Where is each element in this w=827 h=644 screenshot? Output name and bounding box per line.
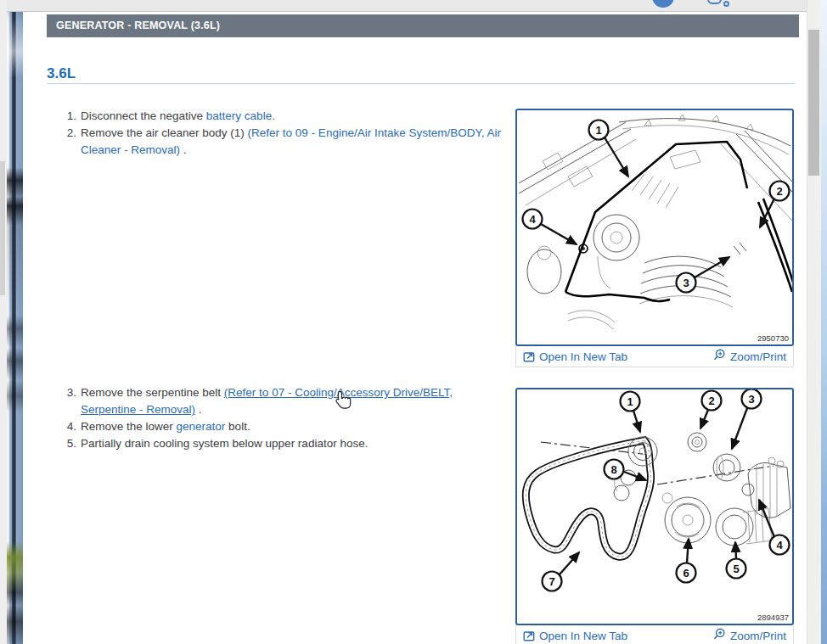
open-in-new-tab-link[interactable]: Open In New Tab	[523, 630, 627, 642]
svg-text:3: 3	[748, 393, 754, 406]
engine-bay-diagram: 1 2 3 4	[517, 110, 792, 344]
step-text: Partially drain cooling system below upp…	[81, 435, 368, 452]
zoom-print-label: Zoom/Print	[730, 350, 786, 363]
open-in-new-tab-label: Open In New Tab	[539, 350, 627, 363]
step-4: 4. Remove the lower generator bolt.	[66, 418, 529, 435]
step-number: 3.	[66, 384, 76, 418]
figure-action-bar: Open In New Tab Zoom/Print	[515, 625, 794, 644]
step-number: 4.	[66, 418, 76, 435]
section-heading-rule	[47, 83, 795, 84]
zoom-print-icon	[713, 628, 726, 641]
callout-5: 5	[727, 542, 746, 579]
open-in-new-tab-link[interactable]: Open In New Tab	[523, 350, 627, 363]
refer-09-line1: (Refer to 09 - Engine/Air Intake System/…	[248, 126, 501, 139]
svg-text:4: 4	[776, 539, 783, 552]
figure-number: 2950730	[757, 333, 789, 343]
vertical-scrollbar-thumb[interactable]	[808, 30, 819, 176]
figure-belt-routing-image: 1 2 3 4 5 6 7	[515, 388, 794, 625]
callout-4: 4	[523, 210, 577, 245]
step-number: 2.	[66, 125, 76, 159]
callout-1: 1	[589, 120, 629, 177]
step-text: Remove the serpentine belt (Refer to 07 …	[81, 384, 453, 418]
procedure-steps-group-2: 3. Remove the serpentine belt (Refer to …	[66, 384, 529, 452]
step-3-suffix: .	[195, 403, 202, 416]
step-5: 5. Partially drain cooling system below …	[66, 435, 529, 452]
refer-07-line2: Serpentine - Removal)	[81, 403, 195, 416]
svg-text:5: 5	[733, 563, 739, 575]
battery-cable-link[interactable]: battery cable.	[206, 109, 275, 122]
step-2: 2. Remove the air cleaner body (1) (Refe…	[66, 125, 529, 159]
background-image-strip	[7, 0, 23, 644]
open-in-new-tab-icon	[523, 630, 535, 641]
step-4-text: Remove the lower	[81, 420, 177, 433]
background-window-right-edge	[821, 0, 827, 644]
step-2-text: Remove the air cleaner body (1)	[81, 126, 248, 139]
svg-text:3: 3	[683, 277, 689, 289]
step-1-text: Disconnect the negative	[81, 109, 206, 122]
svg-text:2: 2	[776, 185, 782, 198]
step-text: Disconnect the negative battery cable.	[81, 108, 275, 125]
article-title: GENERATOR - REMOVAL (3.6L)	[56, 20, 220, 31]
search-icon[interactable]	[707, 0, 722, 4]
figure-number: 2894937	[757, 613, 789, 622]
svg-text:2: 2	[708, 395, 714, 407]
section-heading: 3.6L	[47, 65, 76, 82]
refer-09-line2: Cleaner - Removal)	[81, 143, 180, 156]
refer-07-line1: (Refer to 07 - Cooling/Accessory Drive/B…	[224, 386, 453, 399]
belt-routing-diagram: 1 2 3 4 5 6 7	[517, 389, 792, 624]
step-4-suffix: bolt.	[225, 420, 250, 433]
figure-belt-routing: 1 2 3 4 5 6 7	[515, 388, 794, 644]
article-title-bar: GENERATOR - REMOVAL (3.6L)	[47, 14, 799, 37]
callout-1: 1	[621, 392, 641, 433]
generator-link[interactable]: generator	[177, 420, 226, 433]
zoom-print-icon	[713, 349, 726, 361]
svg-text:7: 7	[549, 575, 554, 588]
callout-7: 7	[543, 552, 580, 591]
svg-text:6: 6	[683, 567, 689, 580]
left-scrollbar-thumb[interactable]	[0, 161, 5, 295]
zoom-print-label: Zoom/Print	[730, 630, 786, 642]
step-2-suffix: .	[180, 143, 187, 156]
avatar-icon[interactable]	[652, 0, 674, 8]
step-text: Remove the lower generator bolt.	[81, 418, 250, 435]
step-1: 1. Disconnect the negative battery cable…	[66, 108, 529, 125]
open-in-new-tab-label: Open In New Tab	[539, 630, 627, 642]
step-number: 1.	[66, 108, 76, 125]
svg-text:8: 8	[610, 463, 616, 476]
callout-8: 8	[605, 460, 647, 481]
step-text: Remove the air cleaner body (1) (Refer t…	[81, 125, 501, 159]
figure-action-bar: Open In New Tab Zoom/Print	[515, 346, 794, 367]
step-number: 5.	[66, 435, 76, 452]
toolbar-strip	[7, 0, 807, 12]
background-window-left-edge	[0, 0, 7, 644]
svg-text:1: 1	[627, 395, 633, 408]
procedure-steps-group-1: 1. Disconnect the negative battery cable…	[66, 108, 529, 159]
zoom-print-link[interactable]: Zoom/Print	[713, 349, 786, 365]
search-icon-dot	[723, 1, 729, 7]
callout-2: 2	[700, 391, 722, 429]
callout-6: 6	[677, 539, 696, 583]
figure-air-cleaner: 1 2 3 4 2950730 Open In New Tab	[515, 109, 794, 367]
figure-air-cleaner-image: 1 2 3 4 2950730	[515, 109, 794, 346]
svg-text:1: 1	[595, 124, 601, 137]
step-3-text: Remove the serpentine belt	[81, 386, 224, 399]
zoom-print-link[interactable]: Zoom/Print	[713, 628, 786, 644]
svg-text:4: 4	[529, 213, 536, 226]
open-in-new-tab-icon	[523, 350, 535, 362]
callout-3: 3	[732, 389, 762, 449]
step-3: 3. Remove the serpentine belt (Refer to …	[66, 384, 529, 418]
